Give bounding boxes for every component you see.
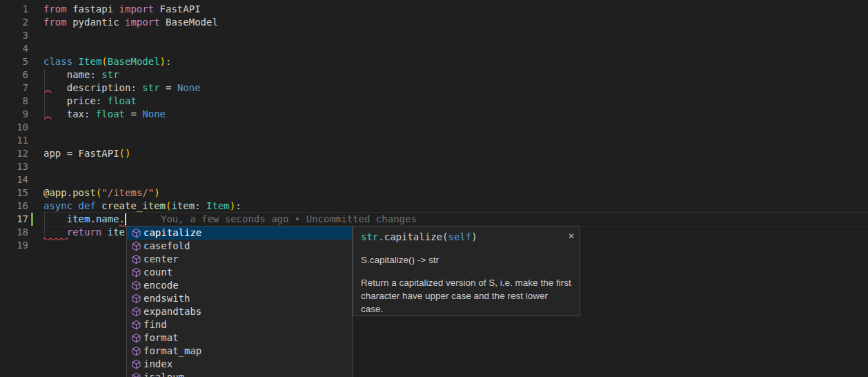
code-token: . [90,213,95,224]
code-token: import [125,17,160,28]
code-token: : [166,56,171,67]
code-text: from fastapi import FastAPI [43,3,201,16]
code-line[interactable]: 15@app.post("/items/") [0,186,868,200]
suggestion-item[interactable]: expandtabs [127,305,352,318]
code-token: ) [154,187,159,198]
line-number[interactable]: 10 [0,121,28,134]
line-number[interactable]: 8 [0,95,28,108]
code-token: FastAPI [154,3,200,14]
close-icon[interactable]: ✕ [568,230,575,243]
code-token: "/items/" [101,187,154,198]
line-number[interactable]: 6 [0,68,28,81]
line-number[interactable]: 12 [0,147,28,160]
code-token: pydantic [67,17,125,28]
suggestion-item[interactable]: endswith [127,292,352,305]
code-lines: 1from fastapi import FastAPI2from pydant… [0,3,868,252]
suggestion-label: find [144,318,167,331]
code-token: ) [471,231,477,242]
code-line[interactable]: 1from fastapi import FastAPI [0,3,868,16]
line-number[interactable]: 1 [0,3,28,16]
code-line[interactable]: 4 [0,42,868,55]
code-token: async [43,200,72,211]
code-token: BaseModel [160,17,218,28]
code-line[interactable]: 5class Item(BaseModel): [0,55,868,68]
line-number[interactable]: 17 [0,213,28,226]
line-number[interactable]: 9 [0,108,28,121]
suggestion-label: isalnum [144,371,184,377]
gutter-modified-indicator [31,213,33,226]
suggestion-docs-popup: ✕ str.capitalize(self) S.capitalize() ->… [353,226,580,316]
code-line[interactable]: 13 [0,160,868,173]
suggestion-label: format_map [144,345,201,358]
line-number[interactable]: 15 [0,186,28,200]
suggestion-item[interactable]: format_map [127,345,352,358]
line-number[interactable]: 13 [0,160,28,173]
suggestion-item[interactable]: casefold [127,240,352,253]
code-text: description: str = None [43,81,201,95]
code-line[interactable]: 12app = FastAPI() [0,147,868,160]
code-line[interactable]: 11 [0,134,868,147]
code-line[interactable]: 8 price: float [0,95,868,108]
code-token: : [195,200,206,211]
line-number[interactable]: 18 [0,226,28,239]
method-icon [130,307,141,318]
suggestion-item[interactable]: index [127,358,352,371]
code-token: float [108,95,137,106]
code-token: () [119,148,131,159]
suggestion-label: center [144,253,179,266]
suggestion-label: encode [144,279,179,292]
method-icon [130,359,141,370]
code-token [43,213,67,224]
code-token: ite [108,226,125,238]
suggestion-item[interactable]: capitalize [127,226,352,240]
code-token: ( [101,56,107,67]
code-token: return [67,226,102,238]
code-token: ) [160,56,166,67]
code-token: item [67,213,90,224]
code-text: from pydantic import BaseModel [43,16,218,29]
code-line[interactable]: 9 tax: float = None [0,108,868,121]
line-number[interactable]: 4 [0,42,28,55]
method-icon [130,267,141,278]
code-token: .capitalize( [378,231,448,242]
code-line[interactable]: 2from pydantic import BaseModel [0,16,868,29]
line-number[interactable]: 11 [0,134,28,147]
method-icon [130,228,141,239]
code-token: name: [43,69,101,80]
code-text: name: str [43,68,119,81]
code-token: str [142,82,159,93]
line-number[interactable]: 7 [0,81,28,95]
code-text: @app.post("/items/") [43,186,160,200]
code-editor: 1from fastapi import FastAPI2from pydant… [0,0,868,377]
code-line[interactable]: 14 [0,173,868,186]
suggestion-item[interactable]: find [127,318,352,331]
suggestion-item[interactable]: isalnum [127,371,352,377]
line-number[interactable]: 19 [0,239,28,252]
method-icon [130,372,141,377]
suggestion-item[interactable]: encode [127,279,352,292]
code-line[interactable]: 17 item.name. [0,213,868,226]
code-token: name [96,213,119,224]
code-token: from [43,17,67,28]
error-squiggle [44,116,52,119]
code-token: app = FastAPI [43,148,119,159]
code-token: ) [230,200,235,211]
code-line[interactable]: 16async def create_item(item: Item): [0,200,868,213]
code-token: price: [43,95,108,106]
code-line[interactable]: 6 name: str [0,68,868,81]
suggestion-label: expandtabs [144,305,201,318]
code-token: . [119,213,125,224]
suggestion-item[interactable]: format [127,331,352,345]
line-number[interactable]: 5 [0,55,28,68]
line-number[interactable]: 3 [0,29,28,42]
line-number[interactable]: 16 [0,200,28,213]
suggestion-item[interactable]: count [127,266,352,279]
code-line[interactable]: 3 [0,29,868,42]
code-token: @app [43,187,67,198]
suggestion-item[interactable]: center [127,253,352,266]
line-number[interactable]: 14 [0,173,28,186]
code-text: async def create_item(item: Item): [43,200,241,213]
code-line[interactable]: 7 description: str = None [0,81,868,95]
line-number[interactable]: 2 [0,16,28,29]
code-line[interactable]: 10 [0,121,868,134]
